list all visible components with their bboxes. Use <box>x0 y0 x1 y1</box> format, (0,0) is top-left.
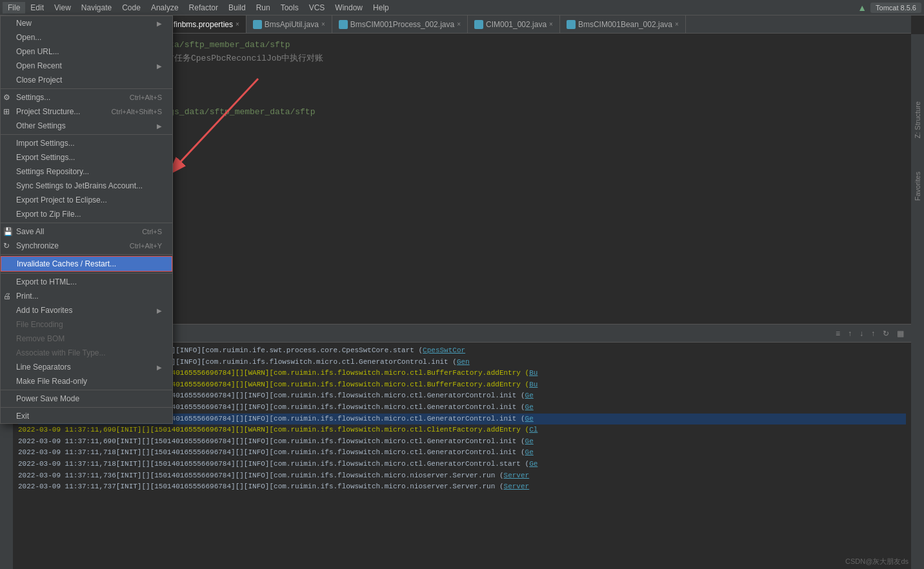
menu-item-export-zip[interactable]: Export to Zip File... <box>1 207 172 221</box>
file-dropdown-menu: New ▶ Open... Open URL... Open Recent ▶ … <box>0 15 173 424</box>
sync-icon: ↻ <box>3 241 10 250</box>
tab-icon-bean <box>567 20 576 29</box>
structure-icon: ⊞ <box>3 107 10 116</box>
tab-close-bean[interactable]: × <box>675 21 679 28</box>
divider-2 <box>1 134 172 135</box>
menu-view[interactable]: View <box>49 2 76 14</box>
tab-close-cim[interactable]: × <box>549 21 553 28</box>
menu-help[interactable]: Help <box>368 2 394 14</box>
tab-bean[interactable]: BmsCIM001Bean_002.java × <box>560 15 686 33</box>
menu-item-project-structure[interactable]: ⊞ Project Structure... Ctrl+Alt+Shift+S <box>1 105 172 119</box>
tab-icon-apiutil <box>253 20 262 29</box>
log-line-9: 2022-03-09 11:37:11,690[INIT][][15014016… <box>18 436 906 448</box>
menubar: File Edit View Navigate Code Analyze Ref… <box>0 0 924 15</box>
log-link-13[interactable]: Server <box>504 483 530 490</box>
menu-item-print[interactable]: 🖨 Print... <box>1 289 172 303</box>
menu-item-invalidate-caches[interactable]: Invalidate Caches / Restart... <box>1 256 172 272</box>
menu-item-settings-repo[interactable]: Settings Repository... <box>1 165 172 179</box>
tab-process[interactable]: BmsCIM001Process_002.java × <box>332 15 468 33</box>
menu-edit[interactable]: Edit <box>25 2 49 14</box>
log-link-6[interactable]: Ge <box>525 403 534 411</box>
tab-cim[interactable]: CIM001_002.java × <box>468 15 560 33</box>
log-line-13: 2022-03-09 11:37:11,737[INIT][][15014016… <box>18 481 906 493</box>
menu-item-add-favorites[interactable]: Add to Favorites ▶ <box>1 303 172 317</box>
log-link-12[interactable]: Server <box>504 472 530 479</box>
menu-item-open-recent[interactable]: Open Recent ▶ <box>1 59 172 73</box>
toolbar-btn-up2[interactable]: ↑ <box>869 328 878 339</box>
tomcat-badge[interactable]: Tomcat 8.5.6 <box>870 3 921 13</box>
menu-item-synchronize[interactable]: ↻ Synchronize Ctrl+Alt+Y <box>1 239 172 253</box>
menu-item-settings[interactable]: ⚙ Settings... Ctrl+Alt+S <box>1 90 172 105</box>
menu-item-power-save[interactable]: Power Save Mode <box>1 392 172 406</box>
toolbar-btn-grid[interactable]: ▦ <box>894 328 907 339</box>
menu-file[interactable]: File <box>3 2 25 14</box>
log-link-9[interactable]: Ge <box>525 437 534 445</box>
menu-vcs[interactable]: VCS <box>304 2 330 14</box>
menu-navigate[interactable]: Navigate <box>76 2 117 14</box>
menu-run[interactable]: Run <box>251 2 276 14</box>
menu-item-close-project[interactable]: Close Project <box>1 73 172 87</box>
divider-3 <box>1 223 172 223</box>
log-line-11: 2022-03-09 11:37:11,718[INIT][][15014016… <box>18 459 906 470</box>
menu-item-remove-bom: Remove BOM <box>1 332 172 346</box>
menu-item-sync-settings[interactable]: Sync Settings to JetBrains Account... <box>1 179 172 193</box>
tab-close-properties[interactable]: × <box>236 21 239 28</box>
menu-tools[interactable]: Tools <box>276 2 304 14</box>
divider-6 <box>1 390 172 390</box>
menu-item-export-eclipse[interactable]: Export Project to Eclipse... <box>1 193 172 207</box>
log-link-8[interactable]: Cl <box>529 426 537 434</box>
divider-5 <box>1 273 172 274</box>
menu-item-import-settings[interactable]: Import Settings... <box>1 136 172 150</box>
menu-item-export-html[interactable]: Export to HTML... <box>1 275 172 289</box>
save-icon: 💾 <box>3 227 13 236</box>
log-link-10[interactable]: Ge <box>525 448 534 456</box>
toolbar-btn-up[interactable]: ↑ <box>845 328 854 339</box>
watermark: CSDN@灰大朋友ds <box>845 557 909 566</box>
log-line-12: 2022-03-09 11:37:11,736[INIT][][15014016… <box>18 470 906 482</box>
menu-item-open-url[interactable]: Open URL... <box>1 45 172 59</box>
toolbar-btn-down[interactable]: ↓ <box>857 328 866 339</box>
menu-window[interactable]: Window <box>330 2 368 14</box>
tab-close-process[interactable]: × <box>457 21 461 28</box>
log-link-7[interactable]: Ge <box>525 415 534 423</box>
menu-analyze[interactable]: Analyze <box>146 2 184 14</box>
menu-item-make-readonly[interactable]: Make File Read-only <box>1 374 172 388</box>
log-link-1[interactable]: CpesSwtCor <box>423 346 465 354</box>
print-icon: 🖨 <box>3 292 11 301</box>
tab-icon-cim <box>474 20 483 29</box>
right-tab-favorites[interactable]: Favorites <box>912 169 923 203</box>
divider-4 <box>1 254 172 255</box>
log-link-2[interactable]: Gen <box>457 358 470 366</box>
log-link-4[interactable]: Bu <box>529 381 537 388</box>
menu-build[interactable]: Build <box>223 2 251 14</box>
log-line-10: 2022-03-09 11:37:11,718[INIT][][15014016… <box>18 447 906 459</box>
menu-item-open[interactable]: Open... <box>1 30 172 45</box>
menu-item-line-separators[interactable]: Line Separators ▶ <box>1 360 172 374</box>
menu-item-exit[interactable]: Exit <box>1 409 172 423</box>
gear-icon: ⚙ <box>3 93 10 102</box>
menu-item-export-settings[interactable]: Export Settings... <box>1 150 172 165</box>
bottom-toolbar: ≡ ↑ ↓ ↑ ↻ ▦ ▤ <box>833 328 921 339</box>
right-sidebar: Z: Structure Favorites <box>911 34 924 569</box>
menu-item-associate-file: Associate with File Type... <box>1 346 172 360</box>
log-link-3[interactable]: Bu <box>529 369 537 377</box>
tab-close-apiutil[interactable]: × <box>321 21 325 28</box>
right-tab-structure[interactable]: Z: Structure <box>912 99 923 141</box>
toolbar-btn-list[interactable]: ≡ <box>833 328 843 339</box>
tab-apiutil[interactable]: BmsApiUtil.java × <box>246 15 332 33</box>
menubar-right: ▲ Tomcat 8.5.6 <box>858 3 921 13</box>
divider-1 <box>1 88 172 89</box>
log-link-5[interactable]: Ge <box>525 392 534 399</box>
tab-icon-process <box>339 20 348 29</box>
menu-item-other-settings[interactable]: Other Settings ▶ <box>1 119 172 133</box>
log-line-8: 2022-03-09 11:37:11,690[INIT][][15014016… <box>18 424 906 436</box>
toolbar-btn-refresh[interactable]: ↻ <box>880 328 892 339</box>
log-link-11[interactable]: Ge <box>529 460 537 468</box>
menu-code[interactable]: Code <box>117 2 146 14</box>
menu-item-new[interactable]: New ▶ <box>1 16 172 30</box>
menu-refactor[interactable]: Refactor <box>184 2 223 14</box>
menu-item-save-all[interactable]: 💾 Save All Ctrl+S <box>1 225 172 239</box>
divider-7 <box>1 407 172 408</box>
menu-item-file-encoding: File Encoding <box>1 317 172 332</box>
